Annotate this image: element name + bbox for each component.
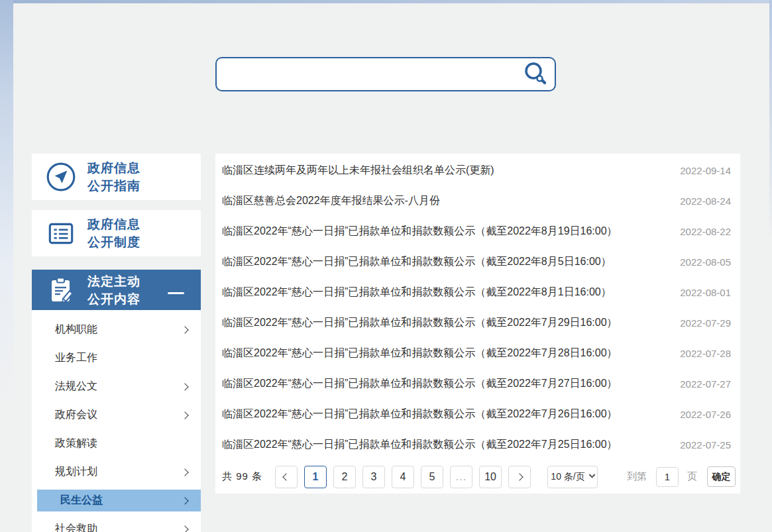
page-number-label: 5 — [429, 471, 435, 483]
chevron-right-icon — [516, 473, 523, 480]
prev-page-button[interactable] — [275, 466, 298, 488]
chevron-right-icon — [181, 468, 188, 476]
goto-prefix-label: 到第 — [627, 470, 647, 483]
chevron-right-icon — [181, 411, 188, 419]
sidebar-card-label: 法定主动 公开内容 — [87, 272, 140, 308]
collapse-minus-icon[interactable] — [168, 292, 184, 294]
page-number-label: 3 — [371, 471, 377, 483]
chevron-right-icon — [181, 525, 188, 532]
list-item-title[interactable]: 临淄区慈善总会2022年度年报结果公示-八月份 — [222, 194, 440, 208]
list-item-title[interactable]: 临淄区2022年“慈心一日捐”已捐款单位和捐款数额公示（截至2022年7月27日… — [222, 377, 618, 391]
list-item-date: 2022-08-24 — [680, 195, 731, 207]
sidebar-menu-item-label: 业务工作 — [55, 351, 97, 365]
list-item[interactable]: 临淄区2022年“慈心一日捐”已捐款单位和捐款数额公示（截至2022年7月26日… — [215, 399, 740, 429]
page-number-label: 2 — [342, 471, 348, 483]
pagination-bar: 共 99 条 1 2 3 4 5 ... 10 10 条/页 到第 页 确定 — [215, 460, 740, 494]
list-item[interactable]: 临淄区2022年“慈心一日捐”已捐款单位和捐款数额公示（截至2022年7月29日… — [215, 307, 740, 338]
list-item-title[interactable]: 临淄区2022年“慈心一日捐”已捐款单位和捐款数额公示（截至2022年8月1日1… — [222, 286, 612, 299]
list-item-date: 2022-08-05 — [680, 256, 731, 268]
sidebar-menu-item[interactable]: 规划计划 — [32, 458, 201, 486]
list-item-date: 2022-07-25 — [680, 439, 731, 451]
list-item[interactable]: 临淄区2022年“慈心一日捐”已捐款单位和捐款数额公示（截至2022年7月25日… — [215, 429, 740, 460]
list-item-title[interactable]: 临淄区连续两年及两年以上未年报社会组织名单公示(更新) — [222, 164, 494, 178]
page-size-value: 10 条/页 — [551, 471, 584, 483]
list-item-title[interactable]: 临淄区2022年“慈心一日捐”已捐款单位和捐款数额公示（截至2022年7月28日… — [222, 346, 618, 360]
clipboard-pencil-icon — [45, 274, 77, 306]
sidebar-card-disclosure-system[interactable]: 政府信息 公开制度 — [32, 210, 201, 256]
page-size-select[interactable]: 10 条/页 — [547, 466, 598, 488]
sidebar-menu-item-label: 规划计划 — [55, 465, 97, 479]
announcement-panel: 临淄区连续两年及两年以上未年报社会组织名单公示(更新) 2022-09-14 临… — [215, 154, 740, 494]
search-magnifier-icon — [523, 78, 548, 88]
page-number-label: 1 — [313, 471, 319, 483]
chevron-down-icon — [588, 472, 595, 478]
list-item[interactable]: 临淄区2022年“慈心一日捐”已捐款单位和捐款数额公示（截至2022年8月1日1… — [215, 277, 740, 307]
page-number-label: 4 — [400, 471, 406, 483]
sidebar-menu-item[interactable]: 社会救助 — [32, 515, 201, 532]
sidebar-menu-item-label: 政府会议 — [55, 408, 97, 422]
chevron-left-icon — [282, 473, 290, 480]
chevron-right-icon — [181, 326, 188, 333]
total-count-label: 共 99 条 — [222, 470, 262, 483]
chevron-right-icon — [181, 497, 188, 504]
list-item[interactable]: 临淄区2022年“慈心一日捐”已捐款单位和捐款数额公示（截至2022年7月28日… — [215, 338, 740, 368]
sidebar-menu-item-label: 社会救助 — [55, 522, 97, 532]
next-page-button[interactable] — [508, 466, 531, 488]
list-item-title[interactable]: 临淄区2022年“慈心一日捐”已捐款单位和捐款数额公示（截至2022年8月5日1… — [222, 255, 612, 269]
list-item-title[interactable]: 临淄区2022年“慈心一日捐”已捐款单位和捐款数额公示（截至2022年7月25日… — [222, 438, 618, 452]
page-number-button[interactable]: 4 — [392, 466, 414, 488]
list-item-title[interactable]: 临淄区2022年“慈心一日捐”已捐款单位和捐款数额公示（截至2022年7月29日… — [222, 316, 618, 330]
page-number-button[interactable]: 2 — [333, 466, 356, 488]
page: 政府信息 公开指南 政府信息 公开制度 — [0, 0, 772, 532]
announcement-list: 临淄区连续两年及两年以上未年报社会组织名单公示(更新) 2022-09-14 临… — [215, 154, 740, 460]
sidebar-menu-item-label: 法规公文 — [55, 380, 97, 394]
sidebar-menu-item-label: 民生公益 — [60, 494, 103, 507]
goto-page-input[interactable] — [656, 467, 679, 487]
list-item[interactable]: 临淄区连续两年及两年以上未年报社会组织名单公示(更新) 2022-09-14 — [215, 155, 740, 186]
ledger-icon — [45, 217, 77, 249]
list-item-date: 2022-07-27 — [680, 378, 731, 390]
page-number-button[interactable]: 3 — [362, 466, 385, 488]
list-item-date: 2022-08-22 — [680, 226, 731, 237]
sidebar-menu-item[interactable]: 政府会议 — [32, 401, 201, 429]
page-number-label: 10 — [484, 471, 496, 483]
page-number-button[interactable]: 10 — [479, 466, 502, 488]
sidebar-menu-item-label: 政策解读 — [55, 437, 97, 451]
sidebar-menu-item[interactable]: 机构职能 — [32, 315, 201, 344]
page-number-button[interactable]: 5 — [421, 466, 443, 488]
list-item[interactable]: 临淄区2022年“慈心一日捐”已捐款单位和捐款数额公示（截至2022年8月19日… — [215, 216, 740, 246]
frame-top-edge — [0, 0, 772, 3]
page-number-button[interactable]: ... — [450, 466, 472, 488]
sidebar-submenu: 机构职能 业务工作 法规公文 政府会议 政策解读 规划计划 民生公益 社会救助 — [32, 310, 201, 532]
sidebar-menu-item[interactable]: 法规公文 — [32, 372, 201, 401]
list-item-date: 2022-07-29 — [680, 317, 731, 329]
sidebar-menu-item[interactable]: 政策解读 — [32, 429, 201, 458]
list-item[interactable]: 临淄区2022年“慈心一日捐”已捐款单位和捐款数额公示（截至2022年8月5日1… — [215, 246, 740, 277]
chevron-right-icon — [181, 383, 188, 390]
list-item-date: 2022-08-01 — [680, 287, 731, 298]
sidebar-card-disclosure-guide[interactable]: 政府信息 公开指南 — [32, 154, 201, 200]
sidebar-card-label: 政府信息 公开指南 — [87, 159, 140, 195]
list-item-title[interactable]: 临淄区2022年“慈心一日捐”已捐款单位和捐款数额公示（截至2022年7月26日… — [222, 407, 618, 421]
search-button[interactable] — [522, 60, 549, 88]
list-item-date: 2022-07-28 — [680, 348, 731, 359]
compass-icon — [45, 161, 77, 193]
page-number-label: ... — [456, 471, 467, 483]
list-item-date: 2022-09-14 — [680, 165, 731, 176]
list-item-title[interactable]: 临淄区2022年“慈心一日捐”已捐款单位和捐款数额公示（截至2022年8月19日… — [222, 225, 618, 239]
list-item[interactable]: 临淄区慈善总会2022年度年报结果公示-八月份 2022-08-24 — [215, 186, 740, 216]
sidebar-card-statutory-disclosure[interactable]: 法定主动 公开内容 — [32, 270, 201, 310]
search-input[interactable] — [226, 60, 518, 89]
sidebar-card-label: 政府信息 公开制度 — [87, 215, 140, 251]
search-box — [215, 57, 556, 91]
page-number-button[interactable]: 1 — [304, 466, 327, 488]
sidebar-menu-item[interactable]: 业务工作 — [32, 344, 201, 372]
confirm-button[interactable]: 确定 — [707, 466, 736, 487]
list-item-date: 2022-07-26 — [680, 409, 731, 420]
frame-left-edge — [0, 0, 13, 532]
goto-suffix-label: 页 — [687, 470, 697, 483]
list-item[interactable]: 临淄区2022年“慈心一日捐”已捐款单位和捐款数额公示（截至2022年7月27日… — [215, 368, 740, 399]
frame-right-edge — [769, 0, 772, 239]
sidebar-menu-item[interactable]: 民生公益 — [37, 490, 201, 511]
sidebar-menu-item-label: 机构职能 — [55, 323, 97, 337]
